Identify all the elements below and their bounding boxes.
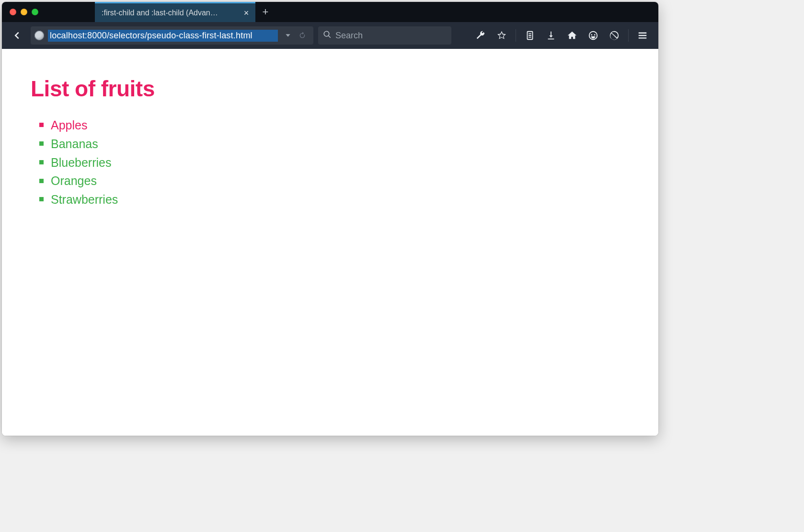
wrench-icon[interactable] — [471, 25, 491, 46]
download-icon[interactable] — [541, 25, 561, 46]
home-icon[interactable] — [562, 25, 582, 46]
url-bar[interactable]: localhost:8000/selectors/pseudo-class-fi… — [31, 26, 313, 45]
window-close-button[interactable] — [10, 9, 16, 15]
list-item: Strawberries — [51, 190, 630, 209]
tab-active[interactable]: :first-child and :last-child (Advan… × — [95, 2, 255, 22]
arrow-left-icon[interactable] — [8, 26, 26, 45]
toolbar-separator — [628, 29, 629, 42]
plus-icon[interactable]: + — [255, 2, 276, 22]
tab-title: :first-child and :last-child (Advan… — [102, 9, 237, 17]
search-box[interactable] — [318, 26, 451, 45]
close-icon[interactable]: × — [242, 9, 251, 17]
page-heading: List of fruits — [31, 76, 630, 102]
star-icon[interactable] — [492, 25, 512, 46]
toolbar-separator — [516, 29, 516, 42]
nav-toolbar: localhost:8000/selectors/pseudo-class-fi… — [2, 22, 658, 49]
clipboard-icon[interactable] — [520, 25, 540, 46]
reload-icon[interactable] — [296, 29, 309, 42]
window-minimize-button[interactable] — [21, 9, 27, 15]
hamburger-icon[interactable] — [632, 25, 653, 46]
window-zoom-button[interactable] — [32, 9, 38, 15]
globe-icon — [34, 31, 44, 40]
list-item: Apples — [51, 116, 630, 135]
chevron-down-icon[interactable] — [282, 29, 294, 42]
search-input[interactable] — [335, 31, 447, 41]
browser-window: :first-child and :last-child (Advan… × +… — [2, 2, 658, 436]
fruit-list: Apples Bananas Blueberries Oranges Straw… — [31, 116, 630, 209]
url-text[interactable]: localhost:8000/selectors/pseudo-class-fi… — [48, 30, 278, 42]
tab-strip: :first-child and :last-child (Advan… × + — [2, 2, 658, 22]
noscript-icon[interactable] — [604, 25, 624, 46]
list-item: Oranges — [51, 172, 630, 190]
window-controls — [2, 2, 95, 22]
toolbar-right — [471, 25, 653, 46]
smiley-icon[interactable] — [583, 25, 603, 46]
page-viewport[interactable]: List of fruits Apples Bananas Blueberrie… — [2, 49, 658, 436]
search-icon — [323, 30, 332, 41]
list-item: Blueberries — [51, 153, 630, 172]
list-item: Bananas — [51, 135, 630, 153]
page-content: List of fruits Apples Bananas Blueberrie… — [31, 76, 630, 209]
